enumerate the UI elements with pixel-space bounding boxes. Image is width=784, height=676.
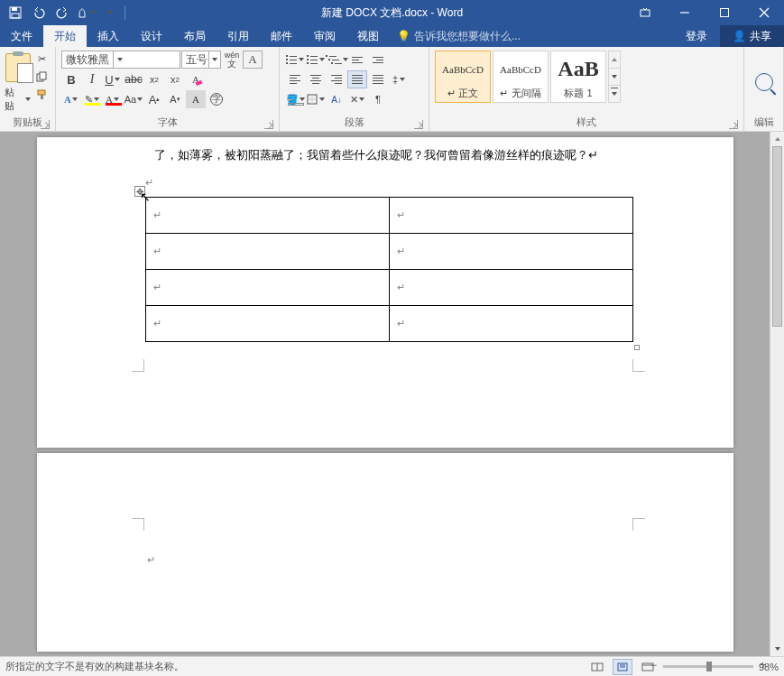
bullets-icon[interactable] xyxy=(285,51,305,69)
distribute-icon[interactable] xyxy=(368,70,388,88)
underline-button[interactable]: U xyxy=(103,70,123,88)
document-table[interactable]: ↵↵ ↵↵ ↵↵ ↵↵ xyxy=(145,197,633,342)
tab-home[interactable]: 开始 xyxy=(43,25,87,47)
table-row[interactable]: ↵↵ xyxy=(145,270,632,306)
borders-icon[interactable] xyxy=(306,90,326,108)
maximize-icon[interactable] xyxy=(705,0,744,25)
tab-review[interactable]: 审阅 xyxy=(303,25,346,47)
table-row[interactable]: ↵↵ xyxy=(145,198,632,234)
table-row[interactable]: ↵↵ xyxy=(145,234,632,270)
find-icon[interactable] xyxy=(755,73,773,91)
table-cell[interactable]: ↵ xyxy=(389,306,632,342)
line-spacing-icon[interactable]: ‡ xyxy=(389,70,409,88)
shading-icon[interactable]: 🪣 xyxy=(285,90,305,108)
text-effects-icon[interactable]: A xyxy=(61,90,81,108)
shrink-font-icon[interactable]: A▾ xyxy=(165,90,185,108)
scroll-down-icon[interactable] xyxy=(770,642,784,656)
sort-icon[interactable]: A↓ xyxy=(327,90,346,108)
bold-button[interactable]: B xyxy=(61,70,81,88)
superscript-button[interactable]: x2 xyxy=(165,70,185,88)
align-left-icon[interactable] xyxy=(285,70,305,88)
signin-button[interactable]: 登录 xyxy=(673,25,720,47)
justify-icon[interactable] xyxy=(347,70,367,88)
table-cell[interactable]: ↵ xyxy=(389,270,632,306)
copy-icon[interactable] xyxy=(33,69,50,85)
numbering-icon[interactable] xyxy=(306,51,326,69)
decrease-indent-icon[interactable] xyxy=(347,51,367,69)
table-cell[interactable]: ↵ xyxy=(389,198,632,234)
format-painter-icon[interactable] xyxy=(33,87,50,103)
tab-view[interactable]: 视图 xyxy=(346,25,390,47)
qat-customize-icon[interactable] xyxy=(99,3,119,23)
chevron-down-icon[interactable] xyxy=(208,51,220,68)
show-marks-icon[interactable]: ¶ xyxy=(368,90,388,108)
grow-font-icon[interactable]: A▴ xyxy=(144,90,164,108)
font-name-combo[interactable]: 微软雅黑 xyxy=(61,51,180,69)
clipboard-launcher-icon[interactable] xyxy=(41,120,50,129)
character-shading-icon[interactable]: A xyxy=(186,90,206,108)
table-cell[interactable]: ↵ xyxy=(145,198,389,234)
font-size-combo[interactable]: 五号 xyxy=(181,51,221,69)
tab-design[interactable]: 设计 xyxy=(130,25,173,47)
font-launcher-icon[interactable] xyxy=(264,120,273,129)
italic-button[interactable]: I xyxy=(82,70,102,88)
zoom-out-icon[interactable]: − xyxy=(650,659,657,671)
scroll-up-icon[interactable] xyxy=(770,132,784,146)
save-icon[interactable] xyxy=(5,3,25,23)
align-center-icon[interactable] xyxy=(306,70,326,88)
clear-format-icon[interactable]: A xyxy=(186,70,206,88)
table-resize-handle[interactable] xyxy=(634,345,640,350)
table-row[interactable]: ↵↵ xyxy=(145,306,632,342)
scroll-thumb[interactable] xyxy=(772,146,782,327)
style-nospacing[interactable]: AaBbCcD ↵ 无间隔 xyxy=(493,51,549,103)
document-area[interactable]: 了，如薄雾，被初阳蒸融了；我留着些什么痕迹呢？我何曾留着像游丝样的痕迹呢？↵ ↵… xyxy=(0,132,770,656)
increase-indent-icon[interactable] xyxy=(368,51,388,69)
enclose-char-icon[interactable]: 字 xyxy=(207,90,226,108)
tab-references[interactable]: 引用 xyxy=(217,25,260,47)
undo-icon[interactable] xyxy=(29,3,49,23)
styles-launcher-icon[interactable] xyxy=(729,120,738,129)
touch-mode-icon[interactable] xyxy=(76,3,96,23)
subscript-button[interactable]: x2 xyxy=(144,70,164,88)
ribbon-options-icon[interactable] xyxy=(625,0,665,25)
table-cell[interactable]: ↵ xyxy=(145,270,389,306)
paste-button[interactable]: 粘贴 xyxy=(4,49,32,115)
share-button[interactable]: 👤共享 xyxy=(720,25,784,47)
style-heading1[interactable]: AaB 标题 1 xyxy=(550,51,606,103)
redo-icon[interactable] xyxy=(52,3,72,23)
close-icon[interactable] xyxy=(744,0,784,25)
styles-up-icon[interactable] xyxy=(609,51,620,69)
document-text[interactable]: 了，如薄雾，被初阳蒸融了；我留着些什么痕迹呢？我何曾留着像游丝样的痕迹呢？↵ xyxy=(154,146,679,164)
character-border-icon[interactable]: A xyxy=(243,51,263,69)
paragraph-launcher-icon[interactable] xyxy=(414,120,423,129)
tell-me[interactable]: 💡告诉我您想要做什么... xyxy=(390,25,528,47)
tab-mailings[interactable]: 邮件 xyxy=(260,25,303,47)
vertical-scrollbar[interactable] xyxy=(770,132,784,656)
align-right-icon[interactable] xyxy=(327,70,346,88)
phonetic-guide-icon[interactable]: wén文 xyxy=(222,51,242,69)
tab-layout[interactable]: 布局 xyxy=(173,25,217,47)
scroll-track[interactable] xyxy=(770,146,784,642)
asian-layout-icon[interactable]: ✕ xyxy=(347,90,367,108)
table-cell[interactable]: ↵ xyxy=(145,306,389,342)
tab-file[interactable]: 文件 xyxy=(0,25,43,47)
font-color-icon[interactable]: A xyxy=(103,90,123,108)
highlight-icon[interactable]: ✎ xyxy=(82,90,102,108)
strikethrough-button[interactable]: abc xyxy=(124,70,143,88)
table-cell[interactable]: ↵ xyxy=(389,234,632,270)
print-layout-icon[interactable] xyxy=(613,659,632,675)
zoom-in-icon[interactable]: + xyxy=(760,659,766,671)
change-case-icon[interactable]: Aa xyxy=(124,90,143,108)
read-mode-icon[interactable] xyxy=(587,659,607,675)
multilevel-icon[interactable] xyxy=(327,51,346,69)
page-2[interactable]: ↵ xyxy=(37,453,733,652)
minimize-icon[interactable] xyxy=(665,0,705,25)
styles-down-icon[interactable] xyxy=(609,69,620,86)
tab-insert[interactable]: 插入 xyxy=(87,25,130,47)
styles-more-icon[interactable] xyxy=(609,86,620,102)
table-cell[interactable]: ↵ xyxy=(145,234,389,270)
zoom-knob[interactable] xyxy=(706,662,712,671)
style-normal[interactable]: AaBbCcD ↵ 正文 xyxy=(435,51,491,103)
cut-icon[interactable]: ✂ xyxy=(33,51,50,67)
zoom-slider[interactable]: − + xyxy=(663,665,753,668)
